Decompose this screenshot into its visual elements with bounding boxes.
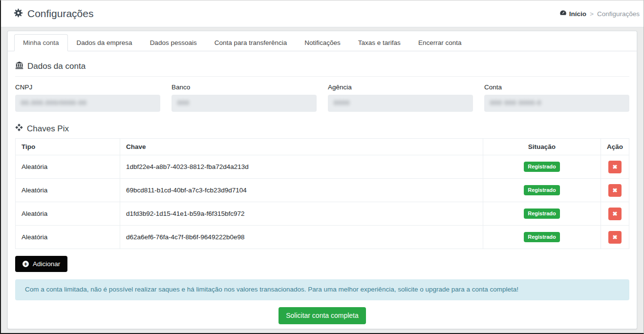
pix-key-type: Aleatória [16, 226, 120, 249]
delete-pix-key-button[interactable]: ✖ [608, 161, 622, 173]
field-label-conta: Conta [484, 84, 629, 91]
tab-panel-minha-conta: Dados da conta CNPJ 00.000.000/0000-00 B… [8, 51, 637, 329]
account-data-heading: Dados da conta [15, 61, 629, 72]
tab-dados-da-empresa[interactable]: Dados da empresa [68, 34, 141, 51]
close-icon: ✖ [612, 210, 617, 217]
tab-notificacoes[interactable]: Notificações [296, 34, 349, 51]
field-banco: Banco 000 [172, 84, 317, 112]
tab-encerrar-conta[interactable]: Encerrar conta [409, 34, 471, 51]
status-badge: Registrado [524, 162, 559, 171]
pix-key-type: Aleatória [16, 179, 120, 202]
breadcrumb-separator: > [590, 10, 594, 18]
settings-card: Minha conta Dados da empresa Dados pesso… [7, 31, 637, 329]
tab-dados-pessoais[interactable]: Dados pessoais [141, 34, 206, 51]
tab-minha-conta[interactable]: Minha conta [14, 34, 68, 51]
breadcrumb: Início > Configurações [559, 9, 640, 18]
page-title: Configurações [27, 8, 93, 20]
account-data-form: CNPJ 00.000.000/0000-00 Banco 000 Agênci… [15, 84, 629, 112]
agencia-redacted-value: 0000 [334, 99, 350, 106]
column-header-acao: Ação [601, 139, 629, 155]
pix-key-value: d62a6ef6-76fa-4c7f-8b6f-9649222b0e98 [120, 226, 483, 249]
field-agencia: Agência 0000 [328, 84, 473, 112]
page-header: Configurações Início > Configurações [1, 0, 644, 27]
plus-circle-icon: + [22, 261, 29, 267]
limited-account-alert: Com a conta limitada, não é possível rea… [15, 279, 629, 300]
pix-key-value: 69bcd811-b1cd-40bf-a7c3-fcb23d9d7104 [120, 179, 483, 202]
table-row: Aleatória 1dbf22e4-a8b7-4023-8812-fba72d… [16, 155, 629, 179]
pix-key-type: Aleatória [16, 202, 120, 226]
column-header-situacao: Situação [483, 139, 601, 155]
pix-key-value: d1fd3b92-1d15-41e1-b59a-f6f315bfc972 [120, 202, 483, 226]
field-conta: Conta 000 000 0000-0 [484, 84, 629, 112]
close-icon: ✖ [612, 234, 617, 241]
delete-pix-key-button[interactable]: ✖ [608, 231, 622, 244]
bank-icon [15, 61, 23, 72]
content-area: Minha conta Dados da empresa Dados pesso… [1, 27, 644, 334]
pix-key-value: 1dbf22e4-a8b7-4023-8812-fba72d4a213d [120, 155, 483, 179]
cnpj-input[interactable]: 00.000.000/0000-00 [15, 95, 160, 112]
delete-pix-key-button[interactable]: ✖ [608, 208, 622, 220]
settings-tabs: Minha conta Dados da empresa Dados pesso… [8, 31, 637, 51]
add-button-label: Adicionar [33, 260, 60, 268]
banco-input[interactable]: 000 [172, 95, 317, 112]
close-icon: ✖ [612, 187, 617, 194]
tachometer-icon [559, 9, 567, 18]
add-pix-key-button[interactable]: + Adicionar [15, 256, 67, 272]
delete-pix-key-button[interactable]: ✖ [608, 184, 622, 197]
status-badge: Registrado [524, 185, 559, 195]
breadcrumb-current: Configurações [597, 10, 640, 18]
field-label-cnpj: CNPJ [15, 84, 160, 91]
table-row: Aleatória 69bcd811-b1cd-40bf-a7c3-fcb23d… [16, 179, 629, 202]
field-label-banco: Banco [172, 84, 317, 91]
cnpj-redacted-value: 00.000.000/0000-00 [21, 99, 86, 106]
tab-taxas-e-tarifas[interactable]: Taxas e tarifas [349, 34, 409, 51]
pix-keys-table: Tipo Chave Situação Ação Aleatória 1dbf2… [15, 138, 629, 249]
field-label-agencia: Agência [328, 84, 473, 91]
status-badge: Registrado [524, 232, 559, 242]
gear-icon [14, 8, 23, 19]
column-header-tipo: Tipo [16, 139, 120, 155]
conta-input[interactable]: 000 000 0000-0 [484, 95, 629, 112]
table-row: Aleatória d1fd3b92-1d15-41e1-b59a-f6f315… [16, 202, 629, 226]
cta-row: Solicitar conta completa [15, 307, 629, 324]
column-header-chave: Chave [120, 139, 483, 155]
table-row: Aleatória d62a6ef6-76fa-4c7f-8b6f-964922… [16, 226, 629, 249]
table-header-row: Tipo Chave Situação Ação [16, 139, 629, 155]
status-badge: Registrado [524, 209, 559, 218]
pix-key-type: Aleatória [16, 155, 120, 179]
field-cnpj: CNPJ 00.000.000/0000-00 [15, 84, 160, 112]
section-divider [15, 76, 629, 77]
pix-keys-heading: Chaves Pix [15, 124, 629, 134]
banco-redacted-value: 000 [177, 99, 190, 106]
request-full-account-button[interactable]: Solicitar conta completa [279, 307, 366, 324]
app-window: Configurações Início > Configurações Min… [0, 0, 644, 334]
pix-icon [15, 124, 23, 134]
alert-text: Com a conta limitada, não é possível rea… [25, 286, 518, 293]
agencia-input[interactable]: 0000 [328, 95, 473, 112]
tab-conta-para-transferencia[interactable]: Conta para transferência [206, 34, 296, 51]
close-icon: ✖ [612, 164, 617, 170]
breadcrumb-home-link[interactable]: Início [559, 9, 586, 18]
conta-redacted-value: 000 000 0000-0 [490, 99, 541, 106]
